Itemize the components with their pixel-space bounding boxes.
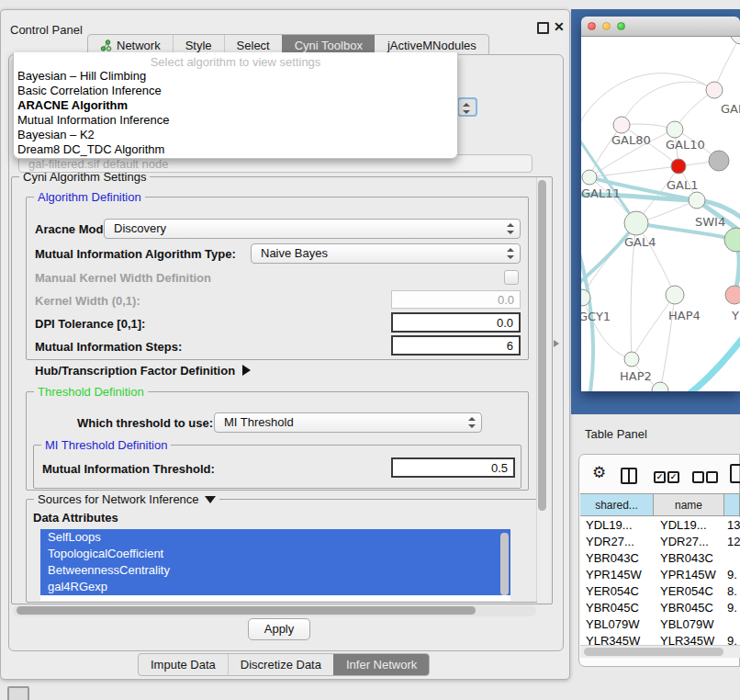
tab-label: Discretize Data <box>241 658 321 672</box>
minimize-traffic-light[interactable] <box>602 22 611 30</box>
settings-hscrollbar-thumb[interactable] <box>17 606 476 615</box>
column-header-extra[interactable] <box>724 494 740 515</box>
cell-name: YBL079W <box>654 616 724 633</box>
table-row[interactable]: YPR145WYPR145W9. <box>580 567 740 583</box>
algorithm-option[interactable]: Mutual Information Inference <box>14 113 457 128</box>
apply-button[interactable]: Apply <box>248 618 310 640</box>
network-window-titlebar[interactable] <box>581 17 740 37</box>
document-icon[interactable] <box>730 464 740 483</box>
node-gal1[interactable] <box>671 159 686 174</box>
cell-name: YPR145W <box>654 567 724 583</box>
algorithm-option[interactable]: Bayesian – K2 <box>14 128 457 142</box>
aracne-mode-select[interactable]: Discovery <box>104 219 521 239</box>
dpi-tolerance-input[interactable] <box>391 312 521 333</box>
column-header-name[interactable]: name <box>654 494 724 515</box>
node-gal4[interactable] <box>624 211 648 235</box>
gear-icon[interactable]: ⚙ <box>592 464 606 482</box>
node-gal80[interactable] <box>613 117 630 133</box>
node-salmon[interactable] <box>725 286 740 304</box>
tab-label: Select <box>237 39 270 52</box>
mi-threshold-label: Mutual Information Threshold: <box>42 462 215 476</box>
node-gal11[interactable] <box>582 170 597 185</box>
mi-threshold-input[interactable] <box>391 457 515 478</box>
network-node-label: HAP2 <box>620 369 652 383</box>
node-gal-cut[interactable] <box>706 82 723 98</box>
node-partial-top-right[interactable] <box>731 37 740 44</box>
cell-shared-name: YPR145W <box>580 567 654 583</box>
mi-threshold-legend: MI Threshold Definition <box>41 438 171 452</box>
cell-value: 9. <box>724 600 740 616</box>
cell-value <box>724 550 740 567</box>
cell-value: 9. <box>724 633 740 645</box>
tab-impute-data[interactable]: Impute Data <box>139 654 228 675</box>
close-icon[interactable]: ✕ <box>554 19 565 34</box>
unchecked-box-icon[interactable] <box>706 471 718 483</box>
cell-value: 9. <box>724 567 740 583</box>
network-node-label: GAL11 <box>581 186 621 200</box>
node-gray[interactable] <box>709 151 729 171</box>
table-body: YDL19...YDL19...13YDR27...YDR27...12YBR0… <box>580 517 740 645</box>
node-big-green[interactable] <box>724 228 740 252</box>
attribute-option[interactable]: TopologicalCoefficient <box>40 546 510 562</box>
algorithm-option[interactable]: Basic Correlation Inference <box>14 84 457 98</box>
attributes-scrollbar-thumb[interactable] <box>500 533 509 595</box>
node-swi4[interactable] <box>689 192 705 209</box>
tab-infer-network[interactable]: Infer Network <box>333 654 429 675</box>
cell-value <box>724 616 740 633</box>
zoom-traffic-light[interactable] <box>617 22 625 30</box>
node-hap2[interactable] <box>624 352 639 367</box>
table-row[interactable]: YBR043CYBR043C <box>580 550 740 567</box>
checked-box-icon[interactable]: ✓ <box>667 471 679 483</box>
manual-kernel-checkbox[interactable] <box>504 270 519 285</box>
cell-shared-name: YLR345W <box>580 633 654 645</box>
unchecked-box-icon[interactable] <box>692 471 704 483</box>
bottom-tabbar: Impute DataDiscretize DataInfer Network <box>138 653 430 676</box>
column-header-shared[interactable]: shared... <box>580 494 654 515</box>
cell-shared-name: YDL19... <box>580 517 654 534</box>
close-traffic-light[interactable] <box>588 22 596 30</box>
table-header: shared...name <box>580 493 740 516</box>
algorithm-option[interactable]: Bayesian – Hill Climbing <box>14 69 457 84</box>
data-attributes-label: Data Attributes <box>33 511 118 525</box>
table-row[interactable]: YDL19...YDL19...13 <box>580 517 740 534</box>
attribute-option[interactable]: BetweennessCentrality <box>40 562 510 579</box>
minimized-panel-icon[interactable] <box>7 686 29 700</box>
network-node-label: GCY1 <box>581 310 611 323</box>
node-hap4[interactable] <box>666 286 684 304</box>
hidden-combo-stepper[interactable] <box>457 97 477 117</box>
which-threshold-select[interactable]: MI Threshold <box>214 412 482 433</box>
sources-legend[interactable]: Sources for Network Inference <box>34 492 219 506</box>
node-bottom[interactable] <box>652 382 668 391</box>
dpi-tolerance-label: DPI Tolerance [0,1]: <box>35 317 145 331</box>
table-row[interactable]: YBR045CYBR045C9. <box>580 600 740 616</box>
algorithm-option[interactable]: Dream8 DC_TDC Algorithm <box>14 142 457 157</box>
table-hscrollbar-thumb[interactable] <box>584 648 723 656</box>
settings-vscrollbar-thumb[interactable] <box>538 180 546 511</box>
kernel-width-input[interactable] <box>391 290 521 309</box>
data-attributes-list: SelfLoopsTopologicalCoefficientBetweenne… <box>40 529 510 601</box>
cell-name: YDL19... <box>654 517 724 534</box>
algorithm-option[interactable]: ARACNE Algorithm <box>14 98 457 113</box>
float-window-icon[interactable] <box>537 22 549 34</box>
split-columns-icon[interactable] <box>621 468 637 484</box>
checked-box-icon[interactable]: ✓ <box>654 471 666 483</box>
mi-steps-input[interactable] <box>391 335 521 356</box>
hub-definition-toggle[interactable]: Hub/Transcription Factor Definition <box>35 364 251 378</box>
attribute-option[interactable]: gal4RGexp <box>40 579 510 595</box>
control-panel-title: Control Panel <box>10 23 83 37</box>
table-row[interactable]: YBL079WYBL079W <box>580 616 740 633</box>
table-row[interactable]: YER054CYER054C8. <box>580 583 740 600</box>
panel-divider-arrow[interactable] <box>554 340 559 347</box>
network-node-label: GAL80 <box>611 133 651 147</box>
network-canvas[interactable]: GALGAL80GAL10GAL1SWI4GAL11GAL4GCY1HAP4YH… <box>581 37 740 391</box>
mi-algorithm-type-select[interactable]: Naive Bayes <box>251 243 521 264</box>
table-row[interactable]: YDR27...YDR27...12 <box>580 534 740 550</box>
network-edge <box>714 37 740 90</box>
mi-algorithm-type-label: Mutual Information Algorithm Type: <box>35 247 236 261</box>
table-row[interactable]: YLR345WYLR345W9. <box>580 633 740 645</box>
node-gal10[interactable] <box>667 121 683 138</box>
cell-name: YDR27... <box>654 534 724 550</box>
attribute-option[interactable]: SelfLoops <box>40 529 510 546</box>
tab-discretize-data[interactable]: Discretize Data <box>228 654 333 675</box>
cell-value: 12 <box>724 534 740 550</box>
